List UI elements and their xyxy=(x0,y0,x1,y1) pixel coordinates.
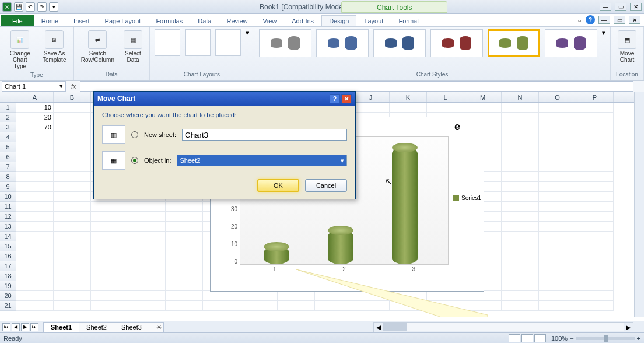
cell-C20[interactable] xyxy=(91,291,128,301)
cell-A7[interactable] xyxy=(16,162,54,172)
row-header-16[interactable]: 16 xyxy=(0,251,16,261)
cell-B15[interactable] xyxy=(54,242,91,251)
cell-B9[interactable] xyxy=(54,182,91,192)
cell-J20[interactable] xyxy=(352,291,390,301)
excel-icon[interactable]: X xyxy=(2,2,12,12)
tab-layout[interactable]: Layout xyxy=(356,15,391,26)
cell-P14[interactable] xyxy=(576,232,614,242)
cell-A3[interactable]: 70 xyxy=(16,123,54,132)
cell-N11[interactable] xyxy=(502,202,539,212)
cell-P13[interactable] xyxy=(576,222,614,232)
workbook-restore-button[interactable]: ▭ xyxy=(614,16,625,24)
cell-A19[interactable] xyxy=(16,281,54,291)
chart-style-5[interactable] xyxy=(488,29,540,57)
vertical-scrollbar[interactable] xyxy=(634,92,644,317)
bar-2[interactable] xyxy=(328,230,354,264)
tab-file[interactable]: File xyxy=(1,15,34,26)
cell-B13[interactable] xyxy=(54,222,91,232)
cell-A18[interactable] xyxy=(16,271,54,281)
cell-G20[interactable] xyxy=(240,291,278,301)
cell-P2[interactable] xyxy=(576,113,614,123)
cell-A16[interactable] xyxy=(16,251,54,261)
cell-F20[interactable] xyxy=(203,291,240,301)
col-header-B[interactable]: B xyxy=(54,92,91,102)
row-header-10[interactable]: 10 xyxy=(0,192,16,202)
cell-P12[interactable] xyxy=(576,212,614,222)
cell-O1[interactable] xyxy=(539,103,576,113)
sheet-tab-2[interactable]: Sheet2 xyxy=(79,322,114,332)
tab-format[interactable]: Format xyxy=(391,15,426,26)
chart-style-2[interactable] xyxy=(316,29,369,57)
row-header-1[interactable]: 1 xyxy=(0,103,16,113)
cell-B12[interactable] xyxy=(54,212,91,222)
tab-formulas[interactable]: Formulas xyxy=(148,15,190,26)
cell-B19[interactable] xyxy=(54,281,91,291)
cell-N10[interactable] xyxy=(502,192,539,202)
row-header-9[interactable]: 9 xyxy=(0,182,16,192)
cell-O17[interactable] xyxy=(539,261,576,271)
switch-row-column-button[interactable]: ⇄ Switch Row/Column xyxy=(79,29,117,64)
dialog-close-button[interactable]: ✕ xyxy=(341,94,352,103)
cell-O4[interactable] xyxy=(539,132,576,142)
tab-data[interactable]: Data xyxy=(190,15,219,26)
sheet-nav-next-icon[interactable]: ▶ xyxy=(21,323,29,331)
scroll-thumb[interactable] xyxy=(383,323,407,331)
name-box[interactable]: Chart 1 ▾ xyxy=(2,81,66,92)
tab-design[interactable]: Design xyxy=(321,15,356,26)
cell-A6[interactable] xyxy=(16,152,54,162)
close-window-button[interactable]: ✕ xyxy=(630,3,642,11)
cell-O20[interactable] xyxy=(539,291,576,301)
cell-O12[interactable] xyxy=(539,212,576,222)
cell-N6[interactable] xyxy=(502,152,539,162)
cell-C14[interactable] xyxy=(91,232,128,242)
cell-A9[interactable] xyxy=(16,182,54,192)
cell-B18[interactable] xyxy=(54,271,91,281)
cell-B8[interactable] xyxy=(54,172,91,182)
row-header-6[interactable]: 6 xyxy=(0,152,16,162)
cell-A17[interactable] xyxy=(16,261,54,271)
tab-insert[interactable]: Insert xyxy=(66,15,97,26)
col-header-P[interactable]: P xyxy=(576,92,614,102)
cell-J21[interactable] xyxy=(352,301,390,311)
row-header-2[interactable]: 2 xyxy=(0,113,16,123)
cell-O3[interactable] xyxy=(539,123,576,132)
cell-E12[interactable] xyxy=(166,212,203,222)
cell-N14[interactable] xyxy=(502,232,539,242)
cell-E13[interactable] xyxy=(166,222,203,232)
cell-A4[interactable] xyxy=(16,132,54,142)
tab-addins[interactable]: Add-Ins xyxy=(284,15,321,26)
ribbon-minimize-icon[interactable]: ⌄ xyxy=(577,16,582,24)
cell-A8[interactable] xyxy=(16,172,54,182)
minimize-button[interactable]: — xyxy=(600,3,611,11)
cell-B6[interactable] xyxy=(54,152,91,162)
cell-A11[interactable] xyxy=(16,202,54,212)
scroll-left-icon[interactable]: ◀ xyxy=(374,324,383,331)
zoom-slider[interactable] xyxy=(576,337,635,340)
cell-P9[interactable] xyxy=(576,182,614,192)
cell-N21[interactable] xyxy=(502,301,539,311)
cell-D18[interactable] xyxy=(128,271,166,281)
cell-P4[interactable] xyxy=(576,132,614,142)
cell-B14[interactable] xyxy=(54,232,91,242)
cell-B4[interactable] xyxy=(54,132,91,142)
cell-I21[interactable] xyxy=(315,301,352,311)
col-header-M[interactable]: M xyxy=(464,92,502,102)
sheet-tab-1[interactable]: Sheet1 xyxy=(43,322,79,332)
cell-B21[interactable] xyxy=(54,301,91,311)
cell-O13[interactable] xyxy=(539,222,576,232)
zoom-in-button[interactable]: + xyxy=(637,335,640,342)
scroll-right-icon[interactable]: ▶ xyxy=(624,324,633,331)
cell-O14[interactable] xyxy=(539,232,576,242)
chart-layout-2[interactable] xyxy=(185,29,211,56)
cell-E20[interactable] xyxy=(166,291,203,301)
cell-A10[interactable] xyxy=(16,192,54,202)
cell-A5[interactable] xyxy=(16,142,54,152)
cell-O8[interactable] xyxy=(539,172,576,182)
row-header-18[interactable]: 18 xyxy=(0,271,16,281)
cell-B1[interactable] xyxy=(54,103,91,113)
cell-D20[interactable] xyxy=(128,291,166,301)
cell-O18[interactable] xyxy=(539,271,576,281)
col-header-O[interactable]: O xyxy=(539,92,576,102)
cell-D13[interactable] xyxy=(128,222,166,232)
tab-page-layout[interactable]: Page Layout xyxy=(97,15,149,26)
